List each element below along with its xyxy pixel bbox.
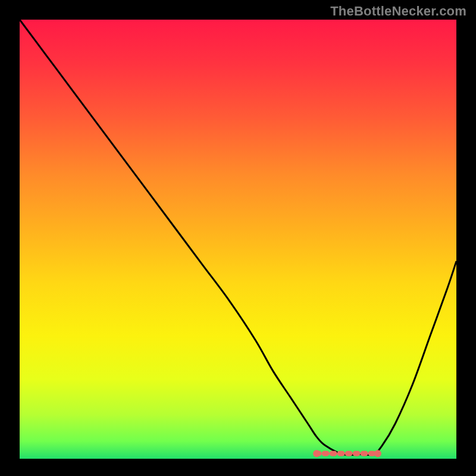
plot-area [20, 20, 456, 459]
chart-container: TheBottleNecker.com [0, 0, 476, 476]
sweet-spot-endpoint [374, 450, 381, 457]
sweet-spot-endpoint [313, 450, 320, 457]
bottleneck-curve-plot [0, 0, 476, 476]
watermark-label: TheBottleNecker.com [330, 4, 466, 19]
